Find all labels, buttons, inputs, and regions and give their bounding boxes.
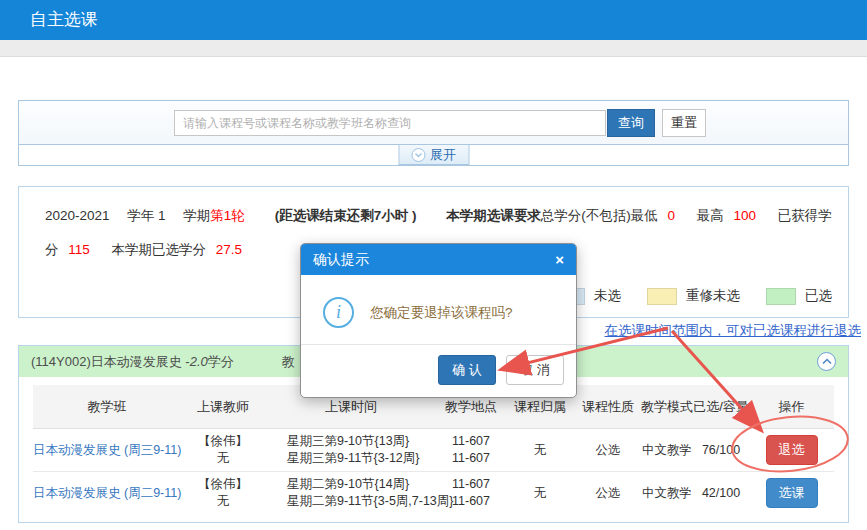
capacity-cell: 76/100 bbox=[693, 442, 749, 459]
teacher-cell: 【徐伟】 无 bbox=[181, 476, 265, 510]
close-icon[interactable]: × bbox=[555, 244, 564, 275]
belong-cell: 无 bbox=[505, 442, 575, 459]
legend-label-selected: 已选 bbox=[805, 287, 832, 305]
mode-cell: 中文教学 bbox=[641, 485, 693, 502]
location-cell: 11-607 11-607 bbox=[437, 476, 505, 510]
legend-label-retake: 重修未选 bbox=[686, 287, 740, 305]
info-term: 学年 1 bbox=[127, 208, 165, 223]
time-line-1: 星期三第9-10节{13周} bbox=[287, 433, 437, 450]
withdraw-hint-link[interactable]: 在选课时间范围内，可对已选课程进行退选 bbox=[605, 322, 862, 340]
legend-item-retake: 重修未选 bbox=[647, 287, 740, 305]
page: 自主选课 查询 重置 展开 2020-2021 学年 1 学期第1轮 (距选课结… bbox=[0, 0, 867, 530]
teacher-name: 【徐伟】 bbox=[181, 476, 265, 493]
search-row: 查询 重置 bbox=[19, 101, 848, 144]
nature-cell: 公选 bbox=[575, 442, 641, 459]
time-cell: 星期二第9-10节{14周} 星期二第9-11节{3-5周,7-13周} bbox=[265, 476, 437, 510]
legend-item-selected: 已选 bbox=[766, 287, 832, 305]
legend-swatch-selected bbox=[766, 288, 796, 305]
expand-toggle[interactable]: 展开 bbox=[398, 144, 469, 165]
course-code-name: (114Y002)日本动漫发展史 - bbox=[31, 353, 190, 371]
sub-header-bar bbox=[0, 40, 867, 57]
info-earned-value: 115 bbox=[68, 242, 90, 257]
legend-swatch-retake bbox=[647, 288, 677, 305]
search-input[interactable] bbox=[174, 110, 606, 136]
location-cell: 11-607 11-607 bbox=[437, 433, 505, 467]
select-button[interactable]: 选课 bbox=[766, 478, 818, 508]
app-header: 自主选课 bbox=[0, 0, 867, 40]
teacher-name: 【徐伟】 bbox=[181, 433, 265, 450]
table-row: 日本动漫发展史 (周二9-11) 【徐伟】 无 星期二第9-10节{14周} 星… bbox=[33, 472, 834, 514]
col-header-action: 操作 bbox=[749, 398, 834, 415]
col-header-mode: 教学模式 bbox=[641, 398, 693, 415]
legend-label-unselected: 未选 bbox=[594, 287, 621, 305]
mode-cell: 中文教学 bbox=[641, 442, 693, 459]
confirm-button[interactable]: 确 认 bbox=[438, 355, 496, 385]
info-cur-label: 本学期已选学分 bbox=[112, 242, 207, 257]
info-icon: i bbox=[323, 297, 354, 328]
capacity-cell: 42/100 bbox=[693, 485, 749, 502]
chevron-down-icon bbox=[411, 148, 425, 162]
time-line-2: 星期二第9-11节{3-5周,7-13周} bbox=[287, 493, 437, 510]
col-header-class: 教学班 bbox=[33, 398, 181, 415]
info-line-1: 2020-2021 学年 1 学期第1轮 (距选课结束还剩7小时 ) 本学期选课… bbox=[45, 199, 838, 233]
reset-button[interactable]: 重置 bbox=[662, 109, 706, 137]
dialog-titlebar: 确认提示 × bbox=[301, 244, 576, 275]
table-row: 日本动漫发展史 (周三9-11) 【徐伟】 无 星期三第9-10节{13周} 星… bbox=[33, 429, 834, 472]
location-line-2: 11-607 bbox=[437, 493, 505, 510]
cancel-button[interactable]: 取 消 bbox=[506, 355, 564, 385]
location-line-1: 11-607 bbox=[437, 433, 505, 450]
expand-strip: 展开 bbox=[19, 144, 848, 165]
info-cur-value: 27.5 bbox=[216, 242, 242, 257]
location-line-2: 11-607 bbox=[437, 450, 505, 467]
info-req-rest: 总学分(不包括)最低 bbox=[541, 208, 658, 223]
query-button[interactable]: 查询 bbox=[607, 109, 655, 137]
status-legend: 未选 重修未选 已选 bbox=[555, 287, 832, 305]
col-header-capacity: 已选/容量 bbox=[693, 398, 749, 415]
chevron-up-icon bbox=[822, 358, 832, 365]
confirm-dialog: 确认提示 × i 您确定要退掉该课程吗? 确 认 取 消 bbox=[300, 243, 577, 398]
course-credits-unit: 学分 bbox=[208, 353, 234, 371]
page-title: 自主选课 bbox=[30, 0, 98, 40]
dialog-message: 您确定要退掉该课程吗? bbox=[370, 304, 513, 322]
course-header-partial-text: 教 bbox=[282, 353, 295, 371]
time-line-1: 星期二第9-10节{14周} bbox=[287, 476, 437, 493]
dialog-body: i 您确定要退掉该课程吗? bbox=[301, 275, 576, 344]
location-line-1: 11-607 bbox=[437, 476, 505, 493]
info-req-bold: 本学期选课要求 bbox=[446, 208, 541, 223]
col-header-teacher: 上课教师 bbox=[181, 398, 265, 415]
info-earned-label-a: 已获得学 bbox=[778, 208, 832, 223]
expand-label: 展开 bbox=[430, 146, 456, 164]
search-panel: 查询 重置 展开 bbox=[18, 100, 849, 166]
dialog-title: 确认提示 bbox=[313, 244, 369, 275]
info-max-label: 最高 bbox=[697, 208, 724, 223]
teacher-extra: 无 bbox=[181, 493, 265, 510]
teacher-extra: 无 bbox=[181, 450, 265, 467]
time-line-2: 星期三第9-11节{3-12周} bbox=[287, 450, 437, 467]
info-round: 第1轮 bbox=[210, 208, 245, 223]
course-credits: 2.0 bbox=[190, 354, 208, 369]
info-countdown: (距选课结束还剩7小时 ) bbox=[275, 208, 417, 223]
class-link[interactable]: 日本动漫发展史 (周三9-11) bbox=[33, 443, 181, 457]
time-cell: 星期三第9-10节{13周} 星期三第9-11节{3-12周} bbox=[265, 433, 437, 467]
nature-cell: 公选 bbox=[575, 485, 641, 502]
belong-cell: 无 bbox=[505, 485, 575, 502]
withdraw-button[interactable]: 退选 bbox=[766, 435, 818, 465]
info-year: 2020-2021 bbox=[45, 208, 110, 223]
info-min-value: 0 bbox=[667, 208, 675, 223]
info-earned-label-b: 分 bbox=[45, 242, 59, 257]
col-header-location: 教学地点 bbox=[437, 398, 505, 415]
dialog-footer: 确 认 取 消 bbox=[301, 344, 576, 397]
collapse-toggle[interactable] bbox=[817, 352, 836, 371]
info-round-label: 学期 bbox=[183, 208, 210, 223]
col-header-nature: 课程性质 bbox=[575, 398, 641, 415]
col-header-belong: 课程归属 bbox=[505, 398, 575, 415]
class-link[interactable]: 日本动漫发展史 (周二9-11) bbox=[33, 486, 181, 500]
col-header-time: 上课时间 bbox=[265, 398, 437, 415]
teacher-cell: 【徐伟】 无 bbox=[181, 433, 265, 467]
info-max-value: 100 bbox=[733, 208, 756, 223]
